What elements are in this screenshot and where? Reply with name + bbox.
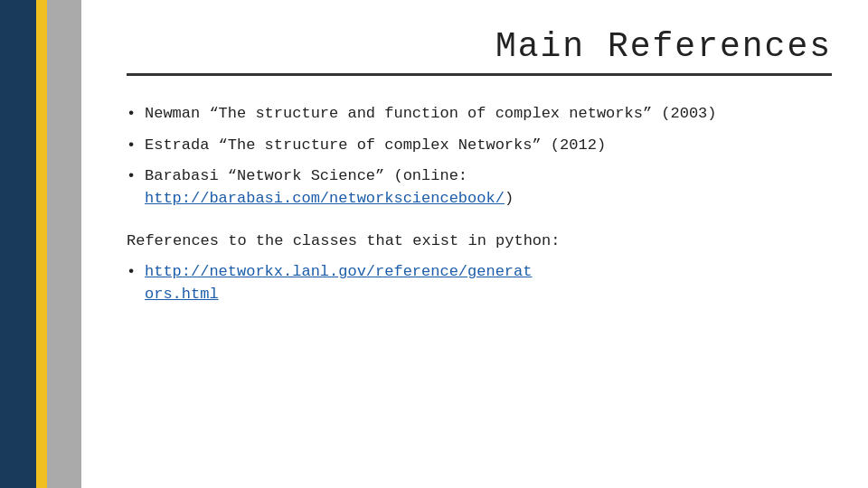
list-item-text: Estrada “The structure of complex Networ…: [145, 136, 606, 154]
networkx-link[interactable]: http://networkx.lanl.gov/reference/gener…: [145, 263, 532, 303]
references-text: References to the classes that exist in …: [127, 232, 560, 249]
list-item-text: Newman “The structure and function of co…: [145, 105, 717, 122]
barabasi-link[interactable]: http://barabasi.com/networksciencebook/: [145, 190, 505, 207]
list-item: Newman “The structure and function of co…: [127, 103, 832, 126]
list-item-text: Barabasi “Network Science” (online: http…: [145, 167, 514, 207]
slide-title: Main References: [127, 27, 832, 66]
content-area: Main References Newman “The structure an…: [99, 0, 868, 488]
list-item: Estrada “The structure of complex Networ…: [127, 135, 832, 157]
list-item: http://networkx.lanl.gov/reference/gener…: [127, 261, 832, 305]
bullet-list: Newman “The structure and function of co…: [127, 103, 832, 211]
bar-gray: [47, 0, 81, 488]
slide-container: Main References Newman “The structure an…: [0, 0, 868, 488]
ref-link-list: http://networkx.lanl.gov/reference/gener…: [127, 261, 832, 305]
bar-yellow: [36, 0, 47, 488]
left-decorative-bars: [0, 0, 81, 488]
list-item: Barabasi “Network Science” (online: http…: [127, 165, 832, 210]
references-paragraph: References to the classes that exist in …: [127, 230, 832, 253]
bar-dark-blue: [0, 0, 36, 488]
title-underline: [127, 73, 832, 76]
